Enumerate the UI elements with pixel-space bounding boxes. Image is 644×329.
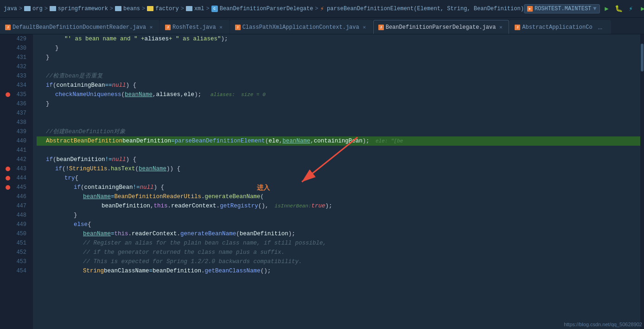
code-line-435: checkNameUniqueness ( beanName , aliases…: [37, 90, 644, 99]
bp-433[interactable]: [4, 71, 12, 81]
code-line-450: beanName = this . readerContext . genera…: [37, 229, 644, 239]
linenum-433: 433: [12, 71, 29, 81]
bp-449[interactable]: [4, 220, 12, 229]
run-config-dropdown-icon[interactable]: ▼: [593, 6, 596, 12]
tab-classpath[interactable]: J ClassPathXmlApplicationContext.java ✕: [230, 20, 373, 34]
bp-454[interactable]: [4, 266, 12, 276]
watermark: https://blog.csdn.net/qq_50628902: [564, 322, 642, 327]
nav-right: ▶ ROSHTEST.MAINTEST ▼ ▶ 🐛 ⚡ ▶ ? ⊕ ▶ ✕: [524, 4, 644, 14]
linenum-439: 439: [12, 127, 29, 136]
linenum-445: 445: [12, 183, 29, 192]
code-line-442: if ( beanDefinition != null ) {: [37, 155, 644, 164]
code-line-441: [37, 146, 644, 155]
bp-437[interactable]: [4, 109, 12, 118]
run-config-name: ROSHTEST.MAINTEST: [535, 6, 591, 12]
code-line-446: beanName = BeanDefinitionReaderUtils . g…: [37, 192, 644, 201]
bp-432[interactable]: [4, 62, 12, 71]
linenum-432: 432: [12, 62, 29, 71]
scroll-indicator[interactable]: [640, 34, 644, 329]
code-line-448: }: [37, 211, 644, 220]
tab-rosh[interactable]: J RoshTest.java ✕: [160, 20, 230, 34]
bp-451[interactable]: [4, 239, 12, 248]
bp-442[interactable]: [4, 155, 12, 164]
code-line-432: [37, 62, 644, 71]
profiler-button[interactable]: ▶: [638, 4, 644, 14]
linenum-431: 431: [12, 53, 29, 62]
bp-434[interactable]: [4, 81, 12, 90]
linenum-443: 443: [12, 164, 29, 174]
code-line-440: AbstractBeanDefinition beanDefinition = …: [37, 136, 644, 146]
bp-430[interactable]: [4, 44, 12, 53]
coverage-button[interactable]: ⚡: [626, 4, 636, 14]
tab-label-abstract: AbstractApplicationCo: [522, 24, 592, 31]
bp-446[interactable]: [4, 192, 12, 201]
scroll-thumb[interactable]: [641, 44, 644, 71]
bc-arrow-icon: ⚡: [320, 5, 324, 13]
tabs-bar: J DefaultBeanDefinitionDocumentReader.ja…: [0, 18, 644, 34]
code-line-443: if (! StringUtils . hasText ( beanName )…: [37, 164, 644, 174]
editor-container: 429 430 431 432 433 434 435 436 437 438 …: [0, 34, 644, 329]
bp-443[interactable]: [4, 164, 12, 174]
tab-label-rosh: RoshTest.java: [172, 24, 216, 31]
tab-icon-rosh: J: [165, 25, 171, 30]
bc-java[interactable]: java: [4, 6, 17, 12]
chinese-annotation: 进入: [257, 183, 270, 192]
bp-444[interactable]: [4, 174, 12, 183]
bp-439[interactable]: [4, 127, 12, 136]
bc-folder-xml: [186, 6, 193, 11]
bc-beans[interactable]: beans: [123, 6, 140, 12]
linenum-440: 440: [12, 136, 29, 146]
debug-button[interactable]: 🐛: [614, 4, 624, 14]
bc-org[interactable]: org: [32, 6, 43, 12]
tab-icon-default: J: [5, 25, 11, 30]
bc-method[interactable]: parseBeanDefinitionElement(Element, Stri…: [327, 6, 524, 12]
bc-springframework[interactable]: springframework: [58, 6, 108, 12]
bp-436[interactable]: [4, 99, 12, 109]
bp-gutter: [4, 34, 12, 329]
tab-close-classpath[interactable]: ✕: [361, 24, 368, 31]
tab-close-rosh[interactable]: ✕: [218, 24, 224, 31]
bp-448[interactable]: [4, 211, 12, 220]
tab-icon-abstract: J: [515, 25, 520, 30]
bc-xml[interactable]: xml: [194, 6, 204, 12]
bp-429[interactable]: [4, 34, 12, 44]
linenum-448: 448: [12, 211, 29, 220]
tab-parser-delegate[interactable]: J BeanDefinitionParserDelegate.java ✕: [373, 20, 510, 34]
tab-abstract[interactable]: J AbstractApplicationCo …: [510, 20, 611, 34]
bp-452[interactable]: [4, 248, 12, 257]
code-line-447: beanDefinition , this . readerContext . …: [37, 201, 644, 211]
linenum-436: 436: [12, 99, 29, 109]
bc-folder-factory: [147, 6, 154, 11]
run-button[interactable]: ▶: [602, 4, 612, 14]
bc-factory[interactable]: factory: [155, 6, 179, 12]
linenum-454: 454: [12, 266, 29, 276]
code-line-437: [37, 109, 644, 118]
bc-parser-delegate[interactable]: BeanDefinitionParserDelegate: [220, 6, 313, 12]
run-config[interactable]: ▶ ROSHTEST.MAINTEST ▼: [524, 4, 600, 13]
code-line-439: //创建BeanDefinition对象: [37, 127, 644, 136]
bp-445[interactable]: [4, 183, 12, 192]
linenum-435: 435: [12, 90, 29, 99]
code-line-429: "' as bean name and " + aliases + " as a…: [37, 34, 644, 44]
linenum-444: 444: [12, 174, 29, 183]
bp-435[interactable]: [4, 90, 12, 99]
code-line-436: }: [37, 99, 644, 109]
bp-431[interactable]: [4, 53, 12, 62]
linenum-452: 452: [12, 248, 29, 257]
bp-441[interactable]: [4, 146, 12, 155]
tab-close-default[interactable]: ✕: [148, 24, 154, 31]
linenum-447: 447: [12, 201, 29, 211]
app-container: java > org > springframework > beans > f…: [0, 0, 644, 329]
linenum-453: 453: [12, 257, 29, 266]
bp-450[interactable]: [4, 229, 12, 239]
bp-447[interactable]: [4, 201, 12, 211]
bp-438[interactable]: [4, 118, 12, 127]
bc-folder-org: [24, 6, 32, 11]
breadcrumb: java > org > springframework > beans > f…: [4, 5, 524, 13]
tab-close-parser[interactable]: ✕: [497, 24, 504, 31]
code-editor[interactable]: "' as bean name and " + aliases + " as a…: [33, 34, 644, 329]
bp-453[interactable]: [4, 257, 12, 266]
code-line-453: // This is expected for Spring 1.2/2.0 b…: [37, 257, 644, 266]
bp-440[interactable]: [4, 136, 12, 146]
tab-default-bean[interactable]: J DefaultBeanDefinitionDocumentReader.ja…: [0, 20, 159, 34]
